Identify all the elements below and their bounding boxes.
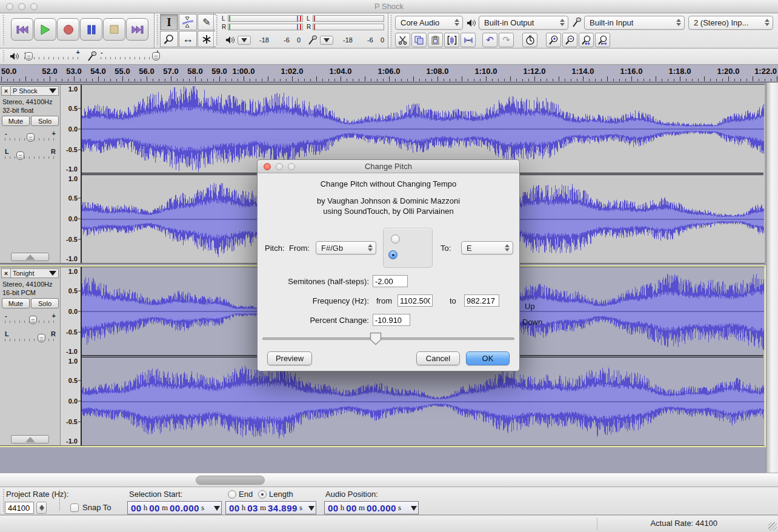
undo-button[interactable]: ↶ — [482, 33, 497, 47]
track-title-menu[interactable]: Tonight — [11, 268, 59, 278]
copy-button[interactable] — [411, 33, 427, 47]
zoom-tool-button[interactable] — [160, 31, 178, 47]
end-radio[interactable] — [228, 490, 236, 499]
gain-thumb[interactable] — [27, 133, 35, 142]
resize-grip[interactable] — [768, 522, 777, 531]
time-field-dropdown-icon[interactable] — [411, 506, 417, 511]
stop-button[interactable] — [103, 18, 125, 41]
input-device-select[interactable]: Built-in Input — [584, 16, 685, 30]
trim-audio-button[interactable] — [444, 33, 459, 47]
collapse-track-button[interactable] — [11, 253, 49, 261]
solo-button[interactable]: Solo — [31, 116, 59, 126]
percent-change-slider-thumb[interactable] — [370, 332, 382, 345]
selection-toolbar-grip[interactable] — [2, 489, 4, 513]
pitch-up-radio[interactable] — [391, 234, 400, 244]
mute-button[interactable]: Mute — [2, 298, 30, 308]
ok-button[interactable]: OK — [466, 351, 510, 365]
toolbar-grip[interactable] — [2, 15, 4, 46]
close-track-button[interactable]: × — [1, 268, 11, 278]
pitch-from-select[interactable]: F#/Gb — [316, 241, 376, 254]
play-button[interactable] — [34, 18, 56, 41]
envelope-tool-button[interactable] — [179, 14, 197, 30]
audio-position-field[interactable]: 00h00m00.000s — [324, 501, 419, 514]
edit-toolbar-grip[interactable] — [390, 33, 392, 47]
playback-peak-mark-red — [300, 16, 301, 21]
output-device-select[interactable]: Built-in Output — [479, 16, 568, 30]
audio-host-select[interactable]: Core Audio — [395, 16, 463, 30]
zoom-in-icon — [548, 35, 559, 45]
pitch-to-select[interactable]: E — [461, 241, 513, 254]
timeshift-tool-button[interactable]: ↔ — [179, 31, 197, 47]
timeline-ruler[interactable]: 50.052.053.054.055.056.057.058.059.01:00… — [0, 65, 778, 82]
selection-start-field[interactable]: 00h00m00.000s — [127, 501, 222, 514]
cut-button[interactable] — [395, 33, 410, 47]
project-rate-input[interactable] — [5, 502, 34, 514]
semitones-input[interactable] — [373, 275, 408, 287]
percent-change-slider[interactable] — [262, 337, 514, 340]
time-unit: m — [162, 503, 168, 513]
vertical-scrollbar[interactable] — [766, 82, 778, 473]
cancel-button[interactable]: Cancel — [416, 351, 460, 365]
silence-audio-button[interactable] — [460, 33, 476, 47]
zoom-in-button[interactable] — [546, 33, 561, 47]
amplitude-scale-tick — [78, 239, 81, 239]
playback-meter-left[interactable] — [228, 15, 303, 22]
vertical-ruler[interactable]: 1.00.50.0-0.5-1.0 1.00.50.0-0.5-1.0 — [61, 267, 81, 445]
snap-to-label: Snap To — [82, 503, 111, 512]
time-field-dropdown-icon[interactable] — [308, 506, 314, 511]
pan-left-label: L — [5, 148, 9, 155]
snap-to-checkbox[interactable] — [70, 504, 79, 512]
pan-slider[interactable]: L R — [5, 333, 56, 344]
frequency-to-input[interactable] — [464, 294, 499, 307]
pitch-down-radio[interactable] — [388, 250, 397, 259]
fit-project-button[interactable] — [595, 33, 610, 47]
length-radio[interactable] — [258, 490, 267, 499]
paste-button[interactable] — [428, 33, 443, 47]
pan-slider[interactable]: L R — [5, 150, 56, 161]
track-title-menu[interactable]: P Shock — [11, 86, 59, 96]
input-volume-thumb[interactable] — [152, 52, 160, 61]
zoom-out-button[interactable] — [562, 33, 577, 47]
pan-thumb[interactable] — [16, 151, 24, 160]
gain-thumb[interactable] — [29, 316, 37, 324]
rewind-button[interactable] — [11, 18, 33, 41]
selection-tool-button[interactable]: I — [160, 14, 178, 30]
record-meter-right[interactable] — [313, 24, 384, 30]
selection-length-field[interactable]: 00h03m34.899s — [225, 501, 316, 514]
preview-button[interactable]: Preview — [267, 351, 312, 365]
dialog-titlebar[interactable]: Change Pitch — [258, 160, 519, 173]
playback-meter-menu-button[interactable] — [238, 36, 251, 45]
window-titlebar[interactable]: P Shock — [0, 0, 778, 13]
pan-thumb[interactable] — [38, 334, 45, 342]
redo-button[interactable]: ↷ — [499, 33, 514, 47]
playback-meter-right[interactable] — [228, 24, 303, 30]
output-volume-thumb[interactable] — [25, 52, 33, 61]
vertical-ruler[interactable]: 1.00.50.0-0.5-1.0 1.00.50.0-0.5-1.0 — [61, 85, 81, 263]
fit-selection-button[interactable] — [579, 33, 594, 47]
gain-slider[interactable]: - + — [5, 132, 56, 143]
record-meter-menu-button[interactable] — [320, 36, 333, 45]
horizontal-scrollbar-thumb[interactable] — [196, 476, 265, 485]
time-field-dropdown-icon[interactable] — [214, 506, 220, 511]
collapse-track-button[interactable] — [11, 435, 49, 444]
forward-button[interactable] — [126, 18, 148, 41]
close-track-button[interactable]: × — [1, 86, 11, 96]
project-rate-stepper[interactable] — [36, 502, 47, 514]
solo-button[interactable]: Solo — [31, 298, 59, 308]
sync-lock-button[interactable] — [522, 33, 537, 47]
mute-button[interactable]: Mute — [2, 116, 30, 126]
output-volume-slider[interactable]: - + — [24, 51, 80, 62]
pause-button[interactable] — [80, 18, 102, 41]
horizontal-scrollbar[interactable] — [0, 473, 778, 487]
frequency-from-input[interactable] — [397, 294, 433, 307]
meter-toolbar-grip[interactable] — [215, 15, 218, 46]
record-meter-left[interactable] — [313, 15, 384, 22]
gain-slider[interactable]: - + — [5, 314, 56, 325]
record-button[interactable] — [57, 18, 79, 41]
mixer-toolbar-grip[interactable] — [2, 50, 4, 62]
input-channels-select[interactable]: 2 (Stereo) Inp... — [688, 16, 773, 30]
percent-change-input[interactable] — [373, 314, 410, 326]
amplitude-scale-tick — [78, 401, 81, 402]
input-volume-slider[interactable]: - + — [101, 51, 159, 62]
tools-toolbar-grip[interactable] — [156, 15, 158, 46]
